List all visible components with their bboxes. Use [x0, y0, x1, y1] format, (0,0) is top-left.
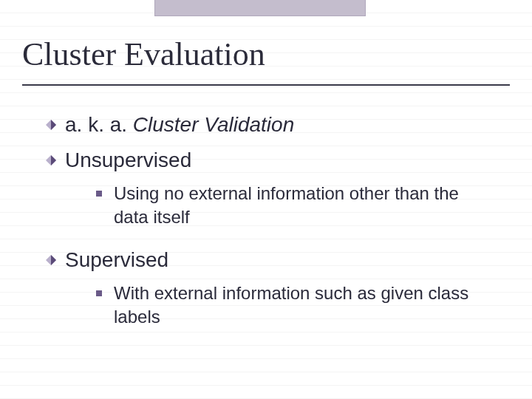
- diamond-bullet-icon: [46, 155, 56, 166]
- diamond-bullet-icon: [46, 120, 56, 130]
- list-item-italic: Cluster Validation: [133, 113, 294, 136]
- svg-marker-3: [51, 155, 56, 166]
- list-item: a. k. a. Cluster Validation: [46, 111, 510, 139]
- slide-title: Cluster Evaluation: [22, 37, 510, 72]
- sub-list-item-text: Using no external information other than…: [114, 182, 488, 230]
- sub-list-item: Using no external information other than…: [96, 182, 488, 230]
- square-bullet-icon: [96, 290, 102, 296]
- list-item-text: Supervised: [65, 246, 168, 274]
- list-item-prefix: Supervised: [65, 248, 168, 271]
- sub-list-item-text: With external information such as given …: [114, 282, 488, 330]
- list-item-text: Unsupervised: [65, 146, 191, 174]
- title-underline: [22, 84, 510, 86]
- diamond-bullet-icon: [46, 255, 56, 265]
- svg-marker-1: [51, 120, 56, 130]
- list-item-text: a. k. a. Cluster Validation: [65, 111, 294, 139]
- square-bullet-icon: [96, 191, 102, 197]
- list-item: Unsupervised: [46, 146, 510, 174]
- list-item: Supervised: [46, 246, 510, 274]
- sub-list-item: With external information such as given …: [96, 282, 488, 330]
- list-item-prefix: a. k. a.: [65, 113, 133, 136]
- slide-content: Cluster Evaluation a. k. a. Cluster Vali…: [0, 0, 532, 355]
- svg-marker-5: [51, 255, 56, 265]
- list-item-prefix: Unsupervised: [65, 149, 191, 171]
